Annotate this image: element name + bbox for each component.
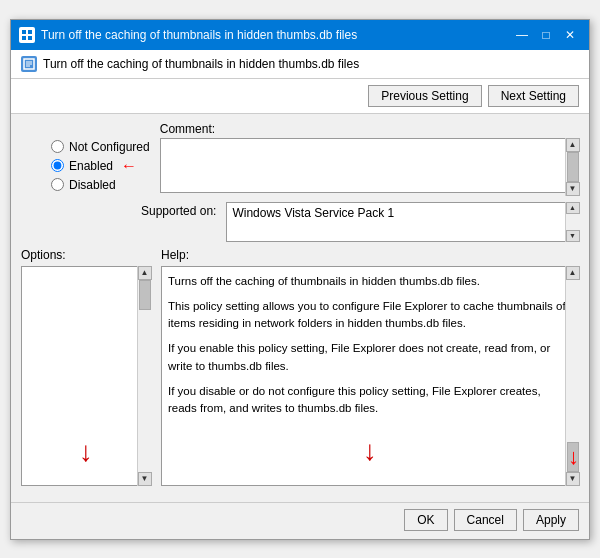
title-bar-buttons: — □ ✕ <box>511 26 581 44</box>
options-scroll-up[interactable]: ▲ <box>138 266 152 280</box>
options-box: ↓ <box>21 266 151 486</box>
help-p3: If you enable this policy setting, File … <box>168 340 572 375</box>
help-scroll-down[interactable]: ▼ <box>566 472 580 486</box>
policy-icon <box>21 56 37 72</box>
disabled-radio[interactable] <box>51 178 64 191</box>
svg-rect-1 <box>28 30 32 34</box>
help-scroll-thumb[interactable] <box>567 442 579 472</box>
supported-label: Supported on: <box>141 202 216 218</box>
options-header: Options: <box>21 248 151 262</box>
supported-section: Supported on: Windows Vista Service Pack… <box>141 202 579 242</box>
supported-scrollbar[interactable]: ▲ ▼ <box>565 202 579 242</box>
enabled-label[interactable]: Enabled <box>69 159 113 173</box>
not-configured-label[interactable]: Not Configured <box>69 140 150 154</box>
options-section: Options: ↓ ▲ ▼ <box>21 248 151 486</box>
title-bar: Turn off the caching of thumbnails in hi… <box>11 20 589 50</box>
help-arrow-icon: ↓ <box>363 437 377 465</box>
comment-section: Comment: ▲ ▼ <box>160 122 579 196</box>
prev-setting-button[interactable]: Previous Setting <box>368 85 481 107</box>
enabled-radio[interactable] <box>51 159 64 172</box>
svg-rect-3 <box>28 36 32 40</box>
help-p2: This policy setting allows you to config… <box>168 298 572 333</box>
options-scroll-down[interactable]: ▼ <box>138 472 152 486</box>
supported-scroll-up[interactable]: ▲ <box>566 202 580 214</box>
bottom-section: Options: ↓ ▲ ▼ Hel <box>21 248 579 486</box>
help-header: Help: <box>161 248 579 262</box>
help-p4: If you disable or do not configure this … <box>168 383 572 418</box>
scroll-track <box>566 152 580 182</box>
main-window: Turn off the caching of thumbnails in hi… <box>10 19 590 540</box>
window-icon <box>19 27 35 43</box>
disabled-label[interactable]: Disabled <box>69 178 116 192</box>
top-section: Not Configured Enabled ← Disabled Commen… <box>21 122 579 196</box>
scroll-thumb[interactable] <box>567 152 579 182</box>
options-scroll-thumb[interactable] <box>139 280 151 310</box>
content-area: Not Configured Enabled ← Disabled Commen… <box>11 114 589 502</box>
title-bar-left: Turn off the caching of thumbnails in hi… <box>19 27 357 43</box>
window-title: Turn off the caching of thumbnails in hi… <box>41 28 357 42</box>
not-configured-radio[interactable] <box>51 140 64 153</box>
supported-scroll-down[interactable]: ▼ <box>566 230 580 242</box>
apply-button[interactable]: Apply <box>523 509 579 531</box>
comment-label: Comment: <box>160 122 579 136</box>
help-p1: Turns off the caching of thumbnails in h… <box>168 273 572 290</box>
supported-box: Windows Vista Service Pack 1 <box>226 202 579 242</box>
subtitle-text: Turn off the caching of thumbnails in hi… <box>43 57 359 71</box>
next-setting-button[interactable]: Next Setting <box>488 85 579 107</box>
radio-group: Not Configured Enabled ← Disabled <box>21 122 150 196</box>
subtitle-bar: Turn off the caching of thumbnails in hi… <box>11 50 589 79</box>
not-configured-option[interactable]: Not Configured <box>51 140 150 154</box>
options-scroll-track <box>138 280 152 472</box>
options-scrollbar[interactable]: ▲ ▼ <box>137 266 151 486</box>
scroll-up-arrow[interactable]: ▲ <box>566 138 580 152</box>
footer: OK Cancel Apply <box>11 502 589 539</box>
cancel-button[interactable]: Cancel <box>454 509 517 531</box>
scroll-down-arrow[interactable]: ▼ <box>566 182 580 196</box>
help-scroll-up[interactable]: ▲ <box>566 266 580 280</box>
supported-value: Windows Vista Service Pack 1 <box>232 206 394 220</box>
disabled-option[interactable]: Disabled <box>51 178 150 192</box>
help-scrollbar[interactable]: ▲ ▼ <box>565 266 579 486</box>
help-section: Help: Turns off the caching of thumbnail… <box>161 248 579 486</box>
enabled-option[interactable]: Enabled ← <box>51 159 150 173</box>
help-box: Turns off the caching of thumbnails in h… <box>161 266 579 486</box>
close-button[interactable]: ✕ <box>559 26 581 44</box>
comment-scrollbar[interactable]: ▲ ▼ <box>565 138 579 196</box>
maximize-button[interactable]: □ <box>535 26 557 44</box>
svg-rect-2 <box>22 36 26 40</box>
enabled-arrow-icon: ← <box>121 157 137 175</box>
comment-textarea[interactable] <box>160 138 579 193</box>
minimize-button[interactable]: — <box>511 26 533 44</box>
options-arrow-icon: ↓ <box>79 438 93 466</box>
svg-rect-0 <box>22 30 26 34</box>
ok-button[interactable]: OK <box>404 509 447 531</box>
supported-scroll-track <box>566 214 580 230</box>
help-scroll-track <box>566 280 580 472</box>
toolbar: Previous Setting Next Setting <box>11 79 589 114</box>
